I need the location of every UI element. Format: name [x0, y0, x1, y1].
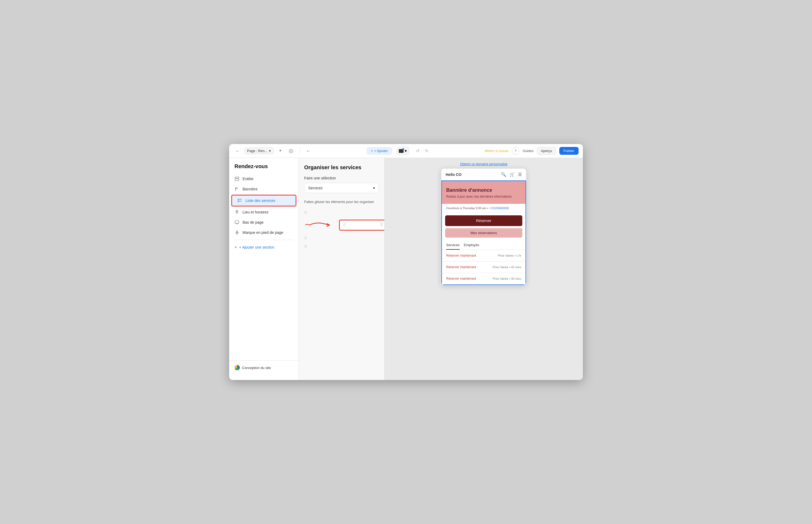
- phone-info-bar: Ouverture à Thursday 9:00 am • +13105660…: [442, 204, 526, 213]
- service-meta-1: Price Varies • 1 hr: [498, 254, 521, 257]
- sidebar-item-entete-label: Entête: [242, 177, 253, 181]
- drag-items-area: ⠿ ⠿ ⠿: [304, 209, 379, 257]
- service-item-1: Réserver maintenant Price Varies • 1 hr: [442, 250, 526, 261]
- drag-item-3[interactable]: ⠿: [304, 234, 379, 242]
- reserver-button[interactable]: Réserver: [445, 215, 522, 226]
- phone-header: Hello CO 🔍 🛒 ☰: [441, 169, 526, 180]
- sidebar-title: Rendez-vous: [229, 163, 299, 174]
- phone-nav-icons: 🔍 🛒 ☰: [501, 172, 522, 177]
- menu-icon[interactable]: ☰: [518, 172, 522, 177]
- add-section-label: + Ajouter une section: [239, 245, 274, 249]
- tab-services[interactable]: Services: [446, 243, 460, 250]
- wix-icon: [235, 365, 240, 370]
- device-selector[interactable]: ▾: [396, 147, 409, 155]
- add-section-button[interactable]: + + Ajouter une section: [229, 242, 299, 252]
- phone-banner: Bannière d'annonce Restez à jour avec no…: [442, 181, 526, 204]
- service-link-1[interactable]: Réserver maintenant: [446, 254, 476, 258]
- svg-point-7: [237, 211, 237, 212]
- services-dropdown[interactable]: Services ▾: [304, 183, 379, 193]
- opening-hours-text: Ouverture à Thursday 9:00 am •: [446, 207, 488, 210]
- phone-tabs: Services Employés: [442, 240, 526, 250]
- back-button[interactable]: ←: [304, 147, 313, 155]
- drag-item-4[interactable]: ⠿: [304, 242, 379, 251]
- dropdown-value: Services: [308, 186, 323, 190]
- service-meta-3: Price Varies • 30 mins: [493, 277, 521, 280]
- selection-label: Faire une sélection: [304, 176, 379, 180]
- sidebar-footer[interactable]: Conception du site: [229, 360, 299, 375]
- top-bar-left: ← Page : Ren... ▾ + ←: [233, 147, 313, 155]
- plus-icon-sidebar: +: [235, 245, 237, 250]
- tab-employes[interactable]: Employés: [464, 243, 479, 250]
- phone-action-buttons: Réserver Mes réservations: [442, 213, 526, 240]
- svg-point-0: [290, 150, 291, 151]
- plus-icon: +: [371, 149, 373, 153]
- chevron-down-icon-dropdown: ▾: [373, 186, 375, 190]
- phone-banner-text: Restez à jour avec nos dernières informa…: [446, 195, 521, 198]
- settings-button[interactable]: [287, 147, 295, 155]
- drag-item-highlighted[interactable]: ⠿ ⠿: [339, 219, 385, 231]
- panel: Organiser les services Faire une sélecti…: [299, 158, 385, 380]
- lightning-icon: [235, 230, 239, 235]
- phone-banner-title: Bannière d'annonce: [446, 187, 521, 193]
- service-item-3: Réserver maintenant Price Varies • 30 mi…: [442, 273, 526, 284]
- redo-button[interactable]: ↻: [423, 147, 431, 155]
- search-icon[interactable]: 🔍: [501, 172, 506, 177]
- domain-link[interactable]: Obtenir un domaine personnalisé: [460, 162, 508, 166]
- sidebar-item-banniere-label: Bannière: [242, 187, 257, 191]
- publier-button[interactable]: Publier: [559, 147, 579, 155]
- layout-icon: [235, 177, 239, 181]
- drag-handle-icon-3: ⠿: [304, 236, 307, 240]
- device-dot: [402, 148, 404, 150]
- top-bar-right: Mettre à niveau ? Guides Aperçu Publier: [485, 147, 579, 155]
- flag-icon: [235, 187, 239, 192]
- sidebar-item-lieu-horaires-label: Lieu et horaires: [242, 210, 269, 214]
- phone-number-link[interactable]: +13105660000: [489, 207, 509, 210]
- drag-handle-icon-1: ⠿: [304, 211, 307, 215]
- chevron-down-icon-device: ▾: [405, 148, 407, 153]
- service-link-3[interactable]: Réserver maintenant: [446, 277, 476, 280]
- sidebar-item-lieu-horaires[interactable]: Lieu et horaires: [229, 207, 299, 217]
- svg-rect-6: [240, 201, 242, 201]
- svg-rect-5: [238, 201, 239, 202]
- service-meta-2: Price Varies • 45 mins: [493, 265, 521, 269]
- page-selector[interactable]: Page : Ren... ▾: [244, 147, 274, 154]
- exit-button[interactable]: ←: [233, 147, 242, 155]
- preview-blue-border: Bannière d'annonce Restez à jour avec no…: [441, 180, 526, 285]
- sidebar-item-liste-services[interactable]: Liste des services: [232, 196, 295, 206]
- svg-rect-3: [238, 199, 239, 200]
- drag-handle-icon-highlighted: ⠿: [343, 223, 346, 227]
- location-icon: [235, 210, 239, 215]
- add-page-button[interactable]: +: [276, 147, 285, 155]
- mes-reservations-button[interactable]: Mes réservations: [445, 228, 522, 238]
- drag-handle-icon-end: ⠿: [380, 223, 383, 228]
- chevron-down-icon: ▾: [269, 149, 271, 153]
- help-button[interactable]: ?: [512, 147, 519, 155]
- list-icon: [237, 198, 242, 203]
- svg-rect-8: [235, 221, 239, 224]
- guides-button[interactable]: Guides: [523, 149, 534, 153]
- svg-rect-2: [235, 179, 239, 181]
- ajouter-label: + Ajouter: [374, 149, 388, 153]
- undo-button[interactable]: ↺: [413, 147, 422, 155]
- main-content: Rendez-vous Entête Bannière: [229, 158, 583, 380]
- monitor-icon: [235, 220, 239, 225]
- sidebar-item-bas-page[interactable]: Bas de page: [229, 217, 299, 227]
- upgrade-button[interactable]: Mettre à niveau: [485, 149, 509, 153]
- cart-icon[interactable]: 🛒: [509, 172, 515, 177]
- apercu-button[interactable]: Aperçu: [537, 147, 556, 155]
- phone-logo: Hello CO: [446, 173, 461, 177]
- drag-item-1[interactable]: ⠿: [304, 209, 379, 217]
- top-bar-center: + + Ajouter ▾ ↺ ↻: [315, 147, 483, 155]
- sidebar-item-marque-pied[interactable]: Marque en pied de page: [229, 227, 299, 238]
- svg-rect-1: [235, 177, 239, 178]
- sidebar-item-bas-page-label: Bas de page: [242, 220, 264, 225]
- app-window: ← Page : Ren... ▾ + ← + + Ajouter: [229, 144, 583, 380]
- preview-area: Obtenir un domaine personnalisé Hello CO…: [385, 158, 583, 380]
- ajouter-button[interactable]: + + Ajouter: [367, 147, 392, 155]
- undo-redo-controls: ↺ ↻: [413, 147, 431, 155]
- sidebar-item-banniere[interactable]: Bannière: [229, 184, 299, 194]
- sidebar: Rendez-vous Entête Bannière: [229, 158, 299, 380]
- sidebar-item-marque-pied-label: Marque en pied de page: [242, 230, 283, 235]
- service-link-2[interactable]: Réserver maintenant: [446, 265, 476, 269]
- sidebar-item-entete[interactable]: Entête: [229, 174, 299, 184]
